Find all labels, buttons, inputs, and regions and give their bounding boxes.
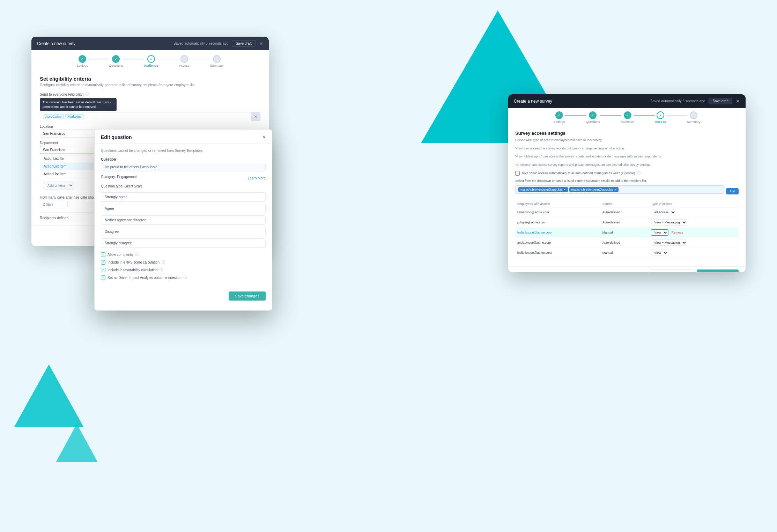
row3-email: leslie.knope@acme.com <box>515 228 600 238</box>
row2-type: View + Messaging <box>649 217 739 228</box>
row1-type: All Access <box>649 207 739 217</box>
row2-source: Auto-defined <box>600 217 649 228</box>
w2-step-summary-label: Summary <box>687 120 701 124</box>
row1-type-select[interactable]: All Access <box>651 209 676 215</box>
allow-comments-checkbox[interactable] <box>101 252 105 257</box>
next-step-summary-btn[interactable]: Next Step: Summary <box>697 269 739 272</box>
window1-close-button[interactable]: ✕ <box>259 41 263 46</box>
question-input[interactable] <box>101 163 266 171</box>
connector-3 <box>158 59 179 59</box>
step-access-label: Access <box>179 64 189 67</box>
add-criteria-select[interactable]: Add criteria <box>43 182 74 190</box>
w2-step-access[interactable]: ● Access <box>655 111 666 124</box>
access-desc-3: 'View + Messaging' can access the survey… <box>515 154 739 159</box>
allow-comments-info: ⓘ <box>135 252 139 257</box>
tag-container: AccoCating Marketing <box>43 114 248 119</box>
row1-source: Auto-defined <box>600 207 649 217</box>
checkbox-driver-impact: Set as Driver Impact Analysis outcome qu… <box>101 275 266 280</box>
step-settings[interactable]: Settings <box>76 55 88 67</box>
dialog-notice: Questions cannot be changed or removed f… <box>101 149 266 153</box>
send-survey-preview-btn-2[interactable]: Send Survey Preview <box>650 269 694 272</box>
w2-step-summary-circle <box>690 111 697 119</box>
checkbox-allow-comments: Allow comments ⓘ <box>101 252 266 257</box>
w2-step-questions-circle <box>589 111 597 119</box>
connector-4 <box>189 59 210 59</box>
row2-type-select[interactable]: View + Messaging <box>651 219 687 226</box>
w2-step-questions-label: Questions <box>586 120 600 124</box>
email-tag-2-remove[interactable]: ✕ <box>614 188 616 191</box>
w2-step-settings-label: Settings <box>554 120 565 124</box>
email-input-row: malachi.breitenberg@auer.biz ✕ malachi.b… <box>515 185 739 197</box>
w2-step-settings[interactable]: Settings <box>554 111 565 124</box>
table-row: leslie.knope@acme.com Manual View <box>515 248 739 258</box>
w2-step-audience-label: Audience <box>621 120 634 124</box>
email-tag-1: malachi.breitenberg@auer.biz ✕ <box>518 187 568 192</box>
checkbox-enps: Include in eNPS score calculation ⓘ <box>101 260 266 265</box>
days-input[interactable] <box>40 201 68 208</box>
tags-input[interactable]: AccoCating Marketing ✕ <box>40 112 260 121</box>
enps-checkbox[interactable] <box>101 260 105 265</box>
tags-clear-button[interactable]: ✕ <box>251 112 260 121</box>
manager-access-checkbox[interactable] <box>515 171 520 176</box>
window2-save-draft[interactable]: Save draft <box>709 98 732 104</box>
table-row: leslie.knope@acme.com Manual View Remove <box>515 228 739 238</box>
enps-label: Include in eNPS score calculation <box>108 260 160 264</box>
row3-remove-link[interactable]: Remove <box>672 231 683 234</box>
access-table: Employees with access Source Type of acc… <box>515 201 739 258</box>
row4-source: Auto-defined <box>600 238 649 248</box>
likert-strongly-agree: Strongly agree <box>101 192 266 202</box>
step-summary[interactable]: Summary <box>210 55 224 67</box>
window2-progress: Settings Questions Audience ● Access Sum… <box>508 108 746 126</box>
w2-step-audience[interactable]: Audience <box>621 111 634 124</box>
row4-email: andy.dwyer@acme.com <box>515 238 600 248</box>
table-row: j.dwyer@acme.com Auto-defined View + Mes… <box>515 217 739 228</box>
row3-type: View Remove <box>649 228 739 238</box>
step-audience[interactable]: ● Audience <box>144 55 158 67</box>
window1-titlebar: Create a new survey Saved automatically … <box>31 37 269 50</box>
favorability-checkbox[interactable] <box>101 268 105 272</box>
learn-more-link[interactable]: Learn More <box>248 176 266 180</box>
step-questions[interactable]: Questions <box>109 55 123 67</box>
save-changes-button[interactable]: Save changes <box>229 291 266 301</box>
driver-impact-checkbox[interactable] <box>101 275 105 280</box>
location-label: Location <box>40 125 260 128</box>
table-row: andy.dwyer@acme.com Auto-defined View + … <box>515 238 739 248</box>
dialog-footer: Save changes <box>95 288 272 304</box>
row3-type-select[interactable]: View <box>651 229 668 236</box>
connector-1 <box>88 59 109 59</box>
add-email-button[interactable]: Add <box>726 188 739 194</box>
col-employees: Employees with access <box>515 201 600 207</box>
row3-source: Manual <box>600 228 649 238</box>
teal-triangle-medium <box>56 424 98 462</box>
dialog-close-button[interactable]: × <box>263 134 266 140</box>
manager-access-label: Give 'View' access automatically to all … <box>522 171 635 175</box>
row5-email: leslie.knope@acme.com <box>515 248 600 258</box>
dialog-header: Edit question × <box>95 130 272 144</box>
window2-autosaved: Saved automatically 5 seconds ago <box>650 99 705 103</box>
step-access[interactable]: Access <box>179 55 189 67</box>
tooltip-box: This criterium has been set as default d… <box>40 98 117 111</box>
step-summary-label: Summary <box>210 64 224 67</box>
window1-save-draft[interactable]: Save draft <box>232 40 256 47</box>
question-label: Question <box>101 157 266 161</box>
row2-email: j.dwyer@acme.com <box>515 217 600 228</box>
access-title: Survey access settings <box>515 131 739 136</box>
access-window: Create a new survey Saved automatically … <box>508 94 746 272</box>
access-desc-1: Decide what type of access employees wil… <box>515 138 739 143</box>
favorability-info: ⓘ <box>160 267 163 272</box>
send-everyone-label: Send to everyone (eligibility) ⓘ <box>40 92 260 97</box>
driver-impact-label: Set as Driver Impact Analysis outcome qu… <box>108 276 182 280</box>
step-questions-circle <box>112 55 120 63</box>
row5-type-select[interactable]: View <box>651 250 668 256</box>
email-tag-1-remove[interactable]: ✕ <box>563 188 566 191</box>
w2-step-questions[interactable]: Questions <box>586 111 600 124</box>
w2-connector-4 <box>666 115 687 116</box>
row4-type-select[interactable]: View + Messaging <box>651 239 687 246</box>
window2-content: Survey access settings Decide what type … <box>508 126 746 266</box>
w2-step-summary[interactable]: Summary <box>687 111 701 124</box>
window1-actions: Saved automatically 5 seconds ago Save d… <box>173 40 263 47</box>
window1-section-title: Set eligibility criteria <box>40 76 260 82</box>
window2-close-button[interactable]: ✕ <box>736 98 740 104</box>
table-row: l.swanson@acme.com Auto-defined All Acce… <box>515 207 739 217</box>
access-desc-2: 'View' can access the survey reports but… <box>515 146 739 151</box>
